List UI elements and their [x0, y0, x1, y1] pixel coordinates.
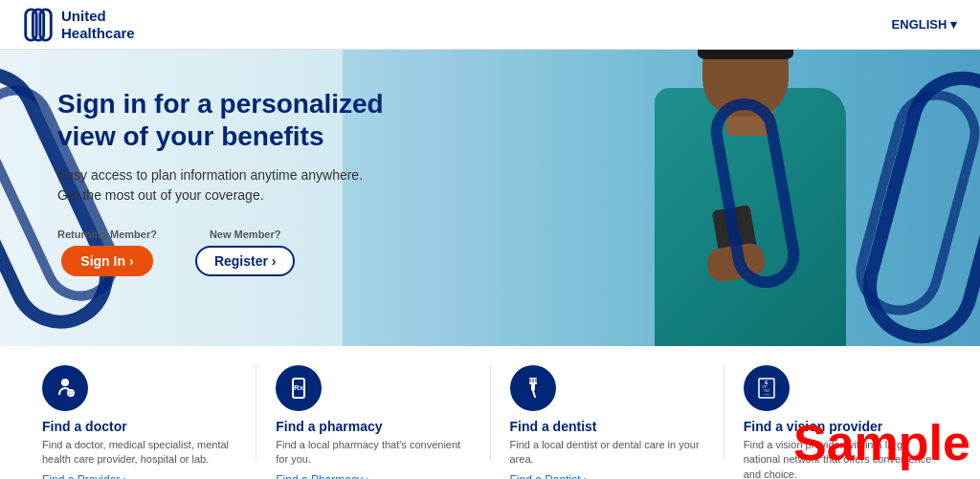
dentist-icon — [521, 376, 546, 401]
hero-title: Sign in for a personalized view of your … — [57, 88, 421, 152]
dentist-icon-wrap — [510, 365, 556, 411]
logo-area: United Healthcare — [23, 8, 135, 42]
returning-member-label: Returning Member? — [57, 229, 157, 240]
hero-subtitle: Easy access to plan information anytime … — [57, 165, 421, 206]
hero-subtitle-line1: Easy access to plan information anytime … — [57, 167, 363, 183]
pharmacy-title: Find a pharmacy — [276, 419, 470, 434]
logo-line1: United — [61, 8, 106, 24]
dentist-link[interactable]: Find a Dentist › — [510, 473, 704, 479]
sample-watermark: Sample — [793, 414, 970, 471]
logo-text: United Healthcare — [61, 8, 135, 42]
svg-rect-0 — [26, 9, 36, 39]
svg-rect-2 — [40, 9, 51, 39]
svg-text:LPED: LPED — [763, 393, 769, 396]
services-container: Find a doctor Find a doctor, medical spe… — [0, 346, 980, 479]
svg-line-14 — [533, 391, 535, 397]
svg-rect-1 — [33, 9, 43, 39]
pharmacy-icon-wrap: Rx — [276, 365, 322, 411]
vision-icon: E FP TOZ LPED — [754, 376, 779, 401]
service-dentist: Find a dentist Find a local dentist or d… — [491, 365, 724, 460]
dentist-desc: Find a local dentist or dental care in y… — [510, 438, 704, 468]
register-button[interactable]: Register › — [195, 246, 296, 276]
pharmacy-icon: Rx — [286, 376, 311, 401]
pharmacy-desc: Find a local pharmacy that's convenient … — [276, 438, 470, 468]
logo-line2: Healthcare — [61, 25, 135, 41]
svg-text:Rx: Rx — [294, 383, 304, 392]
doctor-icon — [53, 376, 78, 401]
person-hair — [698, 50, 793, 59]
auth-buttons: Returning Member? Sign In › New Member? … — [57, 229, 421, 276]
doctor-link[interactable]: Find a Provider › — [42, 473, 236, 479]
hero-subtitle-line2: Get the most out of your coverage. — [57, 187, 264, 203]
doctor-icon-wrap — [42, 365, 88, 411]
sign-in-button[interactable]: Sign In › — [61, 246, 152, 276]
pharmacy-link[interactable]: Find a Pharmacy › — [276, 473, 470, 479]
new-member-group: New Member? Register › — [195, 229, 296, 276]
service-doctor: Find a doctor Find a doctor, medical spe… — [23, 365, 256, 460]
dentist-title: Find a dentist — [510, 419, 704, 434]
new-member-label: New Member? — [210, 229, 281, 240]
vision-icon-wrap: E FP TOZ LPED — [744, 365, 790, 411]
hero-content: Sign in for a personalized view of your … — [57, 88, 421, 276]
svg-point-3 — [61, 379, 69, 386]
site-header: United Healthcare ENGLISH ▾ — [0, 0, 980, 50]
lang-label: ENGLISH ▾ — [892, 17, 957, 32]
doctor-desc: Find a doctor, medical specialist, menta… — [42, 438, 236, 468]
uhc-logo-icon — [23, 8, 54, 42]
returning-member-group: Returning Member? Sign In › — [57, 229, 157, 276]
doctor-title: Find a doctor — [42, 419, 236, 434]
hero-section: Sign in for a personalized view of your … — [0, 50, 980, 346]
language-selector[interactable]: ENGLISH ▾ — [892, 17, 957, 32]
service-pharmacy: Rx Find a pharmacy Find a local pharmacy… — [256, 365, 490, 460]
